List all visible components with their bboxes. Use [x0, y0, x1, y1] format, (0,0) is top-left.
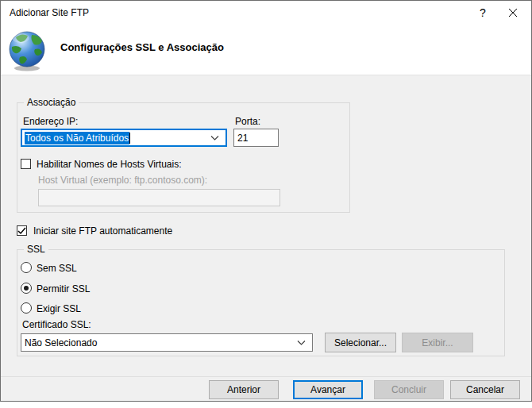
chevron-down-icon	[210, 136, 219, 140]
page-title: Configurações SSL e Associação	[60, 41, 224, 53]
view-certificate-button: Exibir...	[402, 333, 473, 352]
radio-no-ssl[interactable]	[21, 262, 32, 273]
binding-group-legend: Associação	[24, 97, 79, 108]
ssl-certificate-value: Não Selecionado	[25, 337, 97, 348]
ip-address-value: Todos os Não Atribuídos	[25, 132, 129, 144]
ssl-group-legend: SSL	[24, 244, 48, 255]
virtual-host-checkbox[interactable]	[21, 159, 31, 169]
radio-allow-ssl-label[interactable]: Permitir SSL	[37, 283, 90, 294]
add-ftp-site-dialog: Adicionar Site FTP ?	[0, 0, 532, 402]
radio-allow-ssl[interactable]	[21, 283, 32, 294]
ssl-certificate-label: Certificado SSL:	[22, 319, 91, 330]
text-cursor	[129, 133, 130, 144]
ssl-certificate-combobox[interactable]: Não Selecionado	[21, 333, 313, 352]
titlebar[interactable]: Adicionar Site FTP ?	[1, 1, 531, 25]
radio-require-ssl-label[interactable]: Exigir SSL	[37, 303, 81, 314]
select-certificate-button[interactable]: Selecionar...	[325, 333, 396, 352]
footer-divider	[1, 376, 531, 377]
window-title: Adicionar Site FTP	[10, 7, 89, 18]
wizard-header: Configurações SSL e Associação	[1, 25, 531, 75]
help-button[interactable]: ?	[466, 1, 499, 25]
radio-no-ssl-label[interactable]: Sem SSL	[37, 263, 77, 274]
autostart-checkbox-label[interactable]: Iniciar site FTP automaticamente	[33, 225, 172, 237]
autostart-checkbox[interactable]	[17, 225, 27, 236]
checkmark-icon	[17, 227, 26, 235]
close-button[interactable]	[496, 1, 530, 25]
finish-button: Concluir	[374, 380, 444, 399]
virtual-host-label: Host Virtual (exemplo: ftp.contoso.com):	[38, 175, 207, 186]
cancel-button[interactable]: Cancelar	[450, 380, 520, 399]
radio-require-ssl[interactable]	[21, 302, 32, 314]
close-icon	[508, 8, 518, 17]
chevron-down-icon	[297, 341, 306, 345]
previous-button[interactable]: Anterior	[209, 380, 279, 399]
ip-address-combobox[interactable]: Todos os Não Atribuídos	[21, 129, 227, 147]
next-button[interactable]: Avançar	[293, 380, 363, 399]
ip-address-label: Endereço IP:	[23, 116, 78, 127]
virtual-host-checkbox-label[interactable]: Habilitar Nomes de Hosts Virtuais:	[37, 159, 182, 170]
virtual-host-input	[38, 189, 280, 206]
help-icon: ?	[480, 6, 486, 19]
globe-icon	[7, 29, 47, 72]
port-label: Porta:	[235, 116, 260, 127]
port-input[interactable]	[233, 129, 279, 147]
